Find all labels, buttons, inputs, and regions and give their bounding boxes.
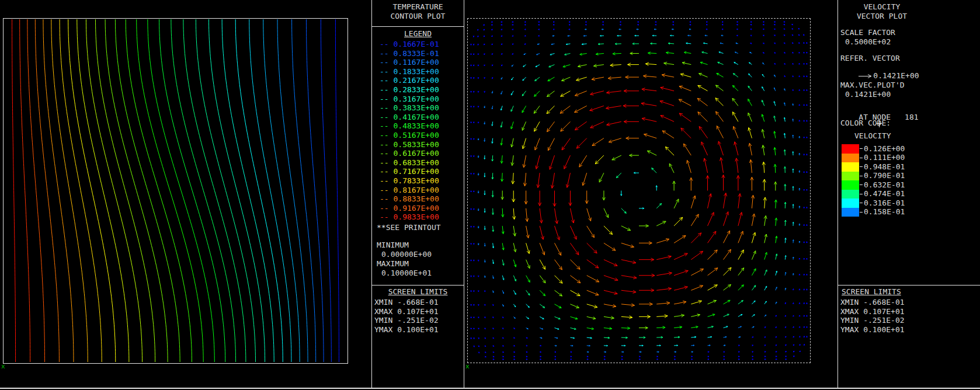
colorbar-segment — [842, 154, 859, 163]
screen-limit-row: YMAX 0.100E+01 — [374, 325, 439, 335]
contour-legend-entry: -- 0.5167E+00 — [372, 131, 464, 140]
contour-legend-entry: -- 0.1833E+00 — [372, 67, 464, 76]
contour-legend-entry: -- 0.4833E+00 — [372, 121, 464, 131]
velocity-plot-area — [467, 18, 811, 363]
contour-legend-entry: -- 0.4167E+00 — [372, 113, 464, 122]
screen-limits-heading: SCREEN LIMITS — [372, 288, 464, 296]
contour-legend-entry: -- 0.3833E+00 — [372, 103, 464, 113]
colorbar-tick — [860, 194, 863, 194]
velocity-panel-title-line1: VELOCITY — [838, 3, 926, 11]
minimum-label: MINIMUM — [377, 241, 409, 249]
fidap-postprocessor-screen: x TEMPERATURE CONTOUR PLOT LEGEND -- 0.1… — [0, 0, 980, 390]
colorbar-label: 0.948E-01 — [864, 163, 905, 171]
contour-legend-entry: -- 0.2833E+00 — [372, 85, 464, 95]
reference-vector-arrow-icon — [859, 74, 873, 79]
max-vector-value: 0.1421E+00 — [845, 90, 891, 99]
colorbar-label: 0.158E-01 — [864, 208, 905, 216]
colorbar-label: 0.790E-01 — [864, 172, 905, 180]
temperature-plot-area — [3, 18, 348, 364]
scale-factor-label: SCALE FACTOR — [840, 29, 895, 37]
colorbar-segment — [842, 144, 859, 154]
colorbar-tick — [860, 212, 863, 213]
contour-legend-entry: -- 0.1167E+00 — [372, 58, 464, 67]
mouse-cursor — [877, 120, 882, 127]
screen-limits-list: XMIN -.668E-01XMAX 0.107E+01YMIN -.251E-… — [840, 298, 905, 334]
contour-legend-entry: -- 0.7833E+00 — [372, 176, 464, 186]
see-printout-note: **SEE PRINTOUT — [377, 224, 441, 232]
maximum-label: MAXIMUM — [377, 260, 409, 268]
velocity-colorbar-labels: 0.126E+000.111E+000.948E-010.790E-010.63… — [860, 144, 924, 220]
bottom-border-line — [0, 388, 980, 389]
temperature-panel-title-line2: CONTOUR PLOT — [372, 12, 464, 20]
color-code-value: VELOCITY — [854, 132, 891, 140]
origin-axis-marker-right: x — [465, 363, 470, 370]
colorbar-tick — [860, 184, 863, 185]
contour-legend-list: -- 0.1667E-01-- 0.8333E-01-- 0.1167E+00-… — [372, 40, 464, 222]
velocity-panel-title-line2: VECTOR PLOT — [838, 12, 926, 20]
at-node-value: 181 — [905, 113, 918, 121]
colorbar-segment — [842, 208, 859, 217]
colorbar-label: 0.316E-01 — [864, 199, 905, 207]
divider — [371, 26, 464, 27]
colorbar-segment — [842, 172, 859, 181]
max-vector-label: MAX.VEC.PLOT'D — [840, 81, 905, 89]
contour-legend-entry: -- 0.3167E+00 — [372, 95, 464, 104]
screen-limits-heading: SCREEN LIMITS — [842, 288, 901, 296]
divider — [464, 0, 464, 388]
colorbar-label: 0.632E-01 — [864, 181, 905, 189]
contour-legend-entry: -- 0.5833E+00 — [372, 140, 464, 149]
colorbar-label: 0.126E+00 — [864, 145, 905, 153]
contour-legend-entry: -- 0.9167E+00 — [372, 204, 464, 213]
maximum-value: 0.10000E+01 — [381, 269, 432, 277]
screen-limit-row: YMAX 0.100E+01 — [840, 325, 905, 335]
minimum-value: 0.00000E+00 — [381, 250, 432, 259]
contour-legend-entry: -- 0.8167E+00 — [372, 186, 464, 195]
temperature-panel-title-line1: TEMPERATURE — [372, 3, 464, 11]
screen-limit-row: XMIN -.668E-01 — [374, 298, 439, 307]
colorbar-segment — [842, 199, 859, 208]
screen-limit-row: YMIN -.251E-02 — [840, 316, 905, 325]
colorbar-label: 0.111E+00 — [864, 154, 905, 162]
scale-factor-value: 0.5000E+02 — [845, 38, 891, 46]
divider — [837, 0, 838, 388]
contour-legend-entry: -- 0.6167E+00 — [372, 149, 464, 158]
screen-limit-row: XMIN -.668E-01 — [840, 298, 905, 307]
colorbar-tick — [860, 148, 863, 149]
refer-vector-value: 0.1421E+00 — [873, 71, 919, 80]
contour-legend-entry: -- 0.9833E+00 — [372, 213, 464, 222]
legend-heading: LEGEND — [372, 30, 464, 38]
contour-legend-entry: -- 0.8333E-01 — [372, 49, 464, 58]
screen-limits-list: XMIN -.668E-01XMAX 0.107E+01YMIN -.251E-… — [374, 298, 439, 334]
contour-legend-entry: -- 0.8833E+00 — [372, 194, 464, 204]
colorbar-segment — [842, 180, 859, 190]
colorbar-label: 0.474E-01 — [864, 190, 905, 198]
temperature-contour-canvas — [4, 19, 347, 363]
color-code-label: COLOR CODE: — [840, 119, 891, 127]
colorbar-segment — [842, 162, 859, 172]
contour-legend-entry: -- 0.2167E+00 — [372, 76, 464, 85]
contour-legend-entry: -- 0.7167E+00 — [372, 167, 464, 176]
colorbar-tick — [860, 166, 863, 167]
velocity-vector-canvas — [468, 19, 810, 363]
origin-axis-marker-left: x — [1, 363, 5, 370]
divider — [837, 285, 980, 285]
colorbar-tick — [860, 158, 863, 158]
colorbar-segment — [842, 190, 859, 199]
velocity-colorbar — [842, 144, 859, 217]
refer-vector-label: REFER. VECTOR — [840, 54, 900, 62]
divider — [371, 285, 464, 285]
screen-limit-row: YMIN -.251E-02 — [374, 316, 439, 325]
colorbar-tick — [860, 203, 863, 203]
contour-legend-entry: -- 0.1667E-01 — [372, 40, 464, 49]
screen-limit-row: XMAX 0.107E+01 — [374, 307, 439, 316]
contour-legend-entry: -- 0.6833E+00 — [372, 158, 464, 168]
colorbar-tick — [860, 176, 863, 176]
screen-limit-row: XMAX 0.107E+01 — [840, 307, 905, 316]
